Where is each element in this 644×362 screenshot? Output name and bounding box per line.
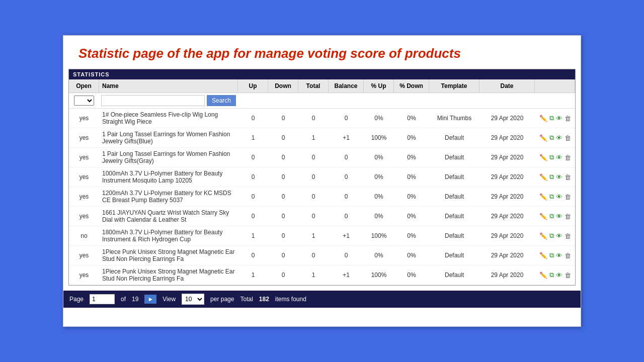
view-icon[interactable]: 👁 bbox=[556, 272, 562, 279]
search-input[interactable] bbox=[101, 95, 205, 106]
copy-icon[interactable]: ⧉ bbox=[549, 271, 554, 279]
delete-icon[interactable]: 🗑 bbox=[565, 193, 571, 201]
edit-icon[interactable]: ✏️ bbox=[539, 115, 547, 122]
cell-balance: 0 bbox=[329, 210, 364, 222]
view-icon[interactable]: 👁 bbox=[556, 154, 562, 161]
cell-actions: ✏️ ⧉ 👁 🗑 bbox=[535, 210, 575, 223]
copy-icon[interactable]: ⧉ bbox=[549, 251, 554, 259]
copy-icon[interactable]: ⧉ bbox=[549, 173, 554, 181]
edit-icon[interactable]: ✏️ bbox=[539, 154, 547, 161]
edit-icon[interactable]: ✏️ bbox=[539, 173, 547, 181]
table-row: yes 1Piece Punk Unisex Strong Magnet Mag… bbox=[69, 265, 575, 285]
cell-balance: 0 bbox=[329, 112, 364, 124]
table-row: yes 1 Pair Long Tassel Earrings for Wome… bbox=[69, 128, 575, 148]
per-page-label: per page bbox=[210, 296, 234, 303]
view-icon[interactable]: 👁 bbox=[556, 213, 562, 220]
delete-icon[interactable]: 🗑 bbox=[565, 232, 571, 240]
col-pct-down: % Down bbox=[394, 79, 429, 93]
cell-down: 0 bbox=[268, 112, 298, 124]
delete-icon[interactable]: 🗑 bbox=[565, 213, 571, 220]
open-dropdown-cell[interactable]: yes no bbox=[69, 96, 99, 106]
copy-icon[interactable]: ⧉ bbox=[549, 193, 554, 201]
cell-date: 29 Apr 2020 bbox=[479, 171, 535, 183]
cell-open: no bbox=[69, 230, 99, 242]
view-icon[interactable]: 👁 bbox=[556, 173, 562, 181]
page-total: 19 bbox=[132, 296, 138, 303]
cell-balance: 0 bbox=[329, 249, 364, 261]
cell-date: 29 Apr 2020 bbox=[479, 230, 535, 242]
view-icon[interactable]: 👁 bbox=[556, 252, 562, 259]
cell-open: yes bbox=[69, 112, 99, 124]
edit-icon[interactable]: ✏️ bbox=[539, 134, 547, 142]
cell-pct-up: 0% bbox=[364, 191, 394, 203]
cell-date: 29 Apr 2020 bbox=[479, 269, 535, 281]
copy-icon[interactable]: ⧉ bbox=[549, 134, 554, 142]
edit-icon[interactable]: ✏️ bbox=[539, 193, 547, 201]
delete-icon[interactable]: 🗑 bbox=[565, 252, 571, 259]
edit-icon[interactable]: ✏️ bbox=[539, 213, 547, 220]
open-filter-select[interactable]: yes no bbox=[74, 96, 94, 106]
edit-icon[interactable]: ✏️ bbox=[539, 232, 547, 240]
delete-icon[interactable]: 🗑 bbox=[565, 134, 571, 142]
cell-name: 1Piece Punk Unisex Strong Magnet Magneti… bbox=[99, 246, 238, 265]
cell-pct-up: 0% bbox=[364, 249, 394, 261]
page-of: of bbox=[121, 296, 126, 303]
cell-actions: ✏️ ⧉ 👁 🗑 bbox=[535, 190, 575, 203]
cell-open: yes bbox=[69, 191, 99, 203]
copy-icon[interactable]: ⧉ bbox=[549, 114, 554, 122]
cell-down: 0 bbox=[268, 132, 298, 144]
cell-up: 1 bbox=[238, 269, 268, 281]
cell-down: 0 bbox=[268, 191, 298, 203]
cell-template: Default bbox=[429, 269, 479, 281]
edit-icon[interactable]: ✏️ bbox=[539, 252, 547, 259]
table-body: yes 1# One-piece Seamless Five-clip Wig … bbox=[69, 109, 575, 285]
cell-total: 0 bbox=[298, 151, 329, 163]
next-page-button[interactable]: ► bbox=[144, 295, 156, 304]
cell-pct-down: 0% bbox=[394, 191, 429, 203]
cell-total: 1 bbox=[298, 269, 329, 281]
cell-pct-down: 0% bbox=[394, 112, 429, 124]
cell-name: 1Piece Punk Unisex Strong Magnet Magneti… bbox=[99, 265, 238, 285]
cell-name: 1 Pair Long Tassel Earrings for Women Fa… bbox=[99, 128, 238, 147]
cell-name: 1200mAh 3.7V Li-Polymer Battery for KC M… bbox=[99, 187, 238, 206]
cell-date: 29 Apr 2020 bbox=[479, 132, 535, 144]
page-label: Page bbox=[69, 296, 84, 303]
col-template: Template bbox=[429, 79, 479, 93]
view-icon[interactable]: 👁 bbox=[556, 115, 562, 122]
cell-actions: ✏️ ⧉ 👁 🗑 bbox=[535, 170, 575, 184]
table-row: yes 1 Pair Long Tassel Earrings for Wome… bbox=[69, 148, 575, 167]
cell-open: yes bbox=[69, 249, 99, 261]
table-row: no 1800mAh 3.7V Li-Polymer Battery for B… bbox=[69, 226, 575, 246]
table-row: yes 1661 JIAYUYAN Quartz Wrist Watch Sta… bbox=[69, 207, 575, 226]
view-icon[interactable]: 👁 bbox=[556, 232, 562, 240]
cell-date: 29 Apr 2020 bbox=[479, 191, 535, 203]
page-input[interactable] bbox=[90, 294, 115, 304]
copy-icon[interactable]: ⧉ bbox=[549, 212, 554, 220]
cell-open: yes bbox=[69, 210, 99, 222]
cell-pct-up: 100% bbox=[364, 269, 394, 281]
view-icon[interactable]: 👁 bbox=[556, 193, 562, 201]
delete-icon[interactable]: 🗑 bbox=[565, 115, 571, 122]
edit-icon[interactable]: ✏️ bbox=[539, 272, 547, 279]
view-icon[interactable]: 👁 bbox=[556, 134, 562, 142]
col-date: Date bbox=[479, 79, 535, 93]
delete-icon[interactable]: 🗑 bbox=[565, 154, 571, 161]
per-page-select[interactable]: 10 25 50 bbox=[182, 294, 204, 305]
copy-icon[interactable]: ⧉ bbox=[549, 153, 554, 161]
col-balance: Balance bbox=[329, 79, 364, 93]
cell-pct-up: 0% bbox=[364, 112, 394, 124]
cell-up: 0 bbox=[238, 171, 268, 183]
cell-open: yes bbox=[69, 269, 99, 281]
cell-pct-down: 0% bbox=[394, 210, 429, 222]
copy-icon[interactable]: ⧉ bbox=[549, 232, 554, 240]
cell-pct-up: 0% bbox=[364, 151, 394, 163]
cell-template: Default bbox=[429, 151, 479, 163]
cell-up: 0 bbox=[238, 191, 268, 203]
search-button[interactable]: Search bbox=[207, 95, 236, 106]
delete-icon[interactable]: 🗑 bbox=[565, 272, 571, 279]
cell-total: 0 bbox=[298, 112, 329, 124]
col-actions bbox=[535, 79, 575, 93]
cell-pct-down: 0% bbox=[394, 171, 429, 183]
cell-pct-up: 0% bbox=[364, 171, 394, 183]
delete-icon[interactable]: 🗑 bbox=[565, 173, 571, 181]
